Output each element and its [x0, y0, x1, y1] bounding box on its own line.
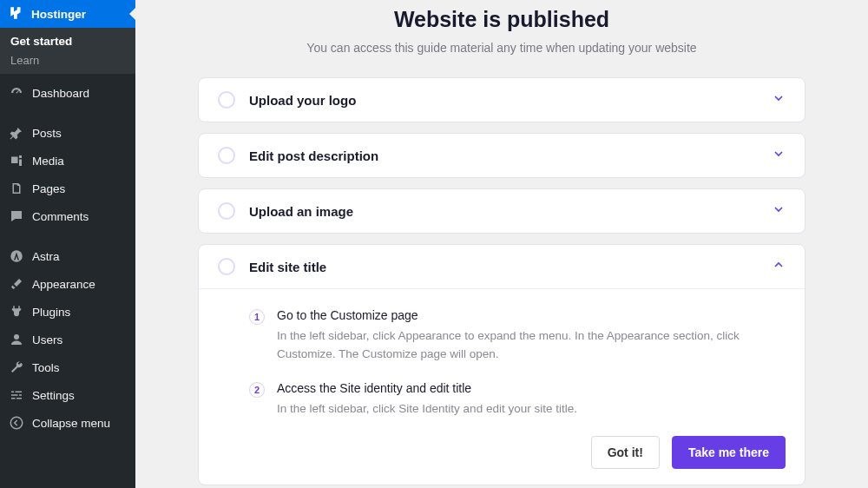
submenu-learn[interactable]: Learn [10, 54, 125, 67]
astra-icon [9, 248, 24, 264]
sidebar-group: Dashboard Posts Media Pages Comments Ast… [0, 74, 135, 442]
task-title: Upload an image [249, 204, 772, 219]
comments-icon [9, 208, 24, 224]
task-edit-site-title: Edit site title 1 Go to the Customize pa… [198, 244, 806, 485]
brand-label: Hostinger [31, 8, 86, 21]
task-upload-image: Upload an image [198, 188, 806, 234]
chevron-down-icon [772, 91, 786, 109]
step-heading: Access the Site identity and edit title [277, 381, 577, 395]
brush-icon [9, 276, 24, 292]
sidebar-item-label: Comments [32, 210, 89, 223]
onboarding-tasks: Upload your logo Edit post description U… [198, 77, 806, 485]
sidebar-item-appearance[interactable]: Appearance [0, 270, 135, 298]
sidebar-item-label: Collapse menu [32, 417, 110, 430]
status-ring-icon [218, 91, 235, 109]
task-step: 2 Access the Site identity and edit titl… [249, 381, 786, 419]
hostinger-logo-icon [9, 5, 24, 23]
task-title: Edit post description [249, 148, 772, 163]
task-title: Edit site title [249, 260, 772, 274]
chevron-down-icon [772, 147, 786, 164]
sidebar-item-label: Appearance [32, 278, 95, 291]
sidebar-item-label: Posts [32, 127, 62, 140]
sidebar-item-plugins[interactable]: Plugins [0, 298, 135, 326]
sidebar-item-tools[interactable]: Tools [0, 353, 135, 381]
dashboard-icon [9, 85, 24, 101]
sidebar-item-dashboard[interactable]: Dashboard [0, 79, 135, 107]
submenu-get-started[interactable]: Get started [10, 35, 125, 48]
sidebar-item-comments[interactable]: Comments [0, 202, 135, 230]
sidebar-item-label: Media [32, 155, 64, 168]
collapse-icon [9, 415, 24, 431]
step-description: In the left sidebar, click Appearance to… [277, 327, 786, 364]
got-it-button[interactable]: Got it! [591, 436, 660, 469]
sidebar-brand[interactable]: Hostinger [0, 0, 135, 28]
sidebar-item-posts[interactable]: Posts [0, 119, 135, 147]
task-header[interactable]: Upload your logo [199, 78, 805, 122]
sidebar-item-label: Dashboard [32, 87, 89, 100]
sliders-icon [9, 387, 24, 403]
main-content: Website is published You can access this… [135, 0, 868, 488]
task-header[interactable]: Edit post description [199, 134, 805, 177]
task-step: 1 Go to the Customize page In the left s… [249, 308, 786, 364]
task-title: Upload your logo [249, 93, 772, 108]
sidebar-item-label: Tools [32, 361, 60, 374]
take-me-there-button[interactable]: Take me there [672, 436, 786, 469]
step-description: In the left sidebar, click Site Identity… [277, 400, 577, 419]
status-ring-icon [218, 147, 235, 164]
user-icon [9, 332, 24, 347]
sidebar-item-label: Astra [32, 250, 60, 263]
sidebar-item-collapse[interactable]: Collapse menu [0, 409, 135, 437]
sidebar-item-label: Users [32, 333, 62, 346]
sidebar-item-astra[interactable]: Astra [0, 242, 135, 270]
task-upload-logo: Upload your logo [198, 77, 806, 122]
sidebar-item-pages[interactable]: Pages [0, 175, 135, 202]
status-ring-icon [218, 258, 235, 275]
admin-sidebar: Hostinger Get started Learn Dashboard Po… [0, 0, 135, 488]
step-number-badge: 1 [249, 309, 265, 325]
status-ring-icon [218, 202, 235, 220]
chevron-up-icon [772, 258, 786, 275]
task-actions: Got it! Take me there [249, 436, 786, 469]
step-heading: Go to the Customize page [277, 308, 786, 322]
sidebar-item-label: Plugins [32, 306, 70, 319]
pin-icon [9, 125, 24, 141]
wrench-icon [9, 359, 24, 375]
page-title: Website is published [160, 7, 844, 32]
pages-icon [9, 181, 24, 196]
step-number-badge: 2 [249, 382, 265, 398]
svg-point-2 [10, 417, 23, 429]
active-notch [129, 7, 136, 21]
svg-point-1 [14, 334, 19, 340]
plug-icon [9, 304, 24, 320]
media-icon [9, 153, 24, 168]
sidebar-item-media[interactable]: Media [0, 147, 135, 175]
sidebar-item-label: Pages [32, 182, 65, 195]
task-body: 1 Go to the Customize page In the left s… [199, 288, 805, 485]
page-subtitle: You can access this guide material any t… [160, 41, 844, 55]
chevron-down-icon [772, 202, 786, 220]
task-header[interactable]: Edit site title [199, 245, 805, 288]
sidebar-item-users[interactable]: Users [0, 326, 135, 353]
task-header[interactable]: Upload an image [199, 189, 805, 233]
sidebar-item-settings[interactable]: Settings [0, 381, 135, 409]
task-edit-post-description: Edit post description [198, 133, 806, 178]
sidebar-submenu: Get started Learn [0, 28, 135, 74]
sidebar-item-label: Settings [32, 389, 75, 402]
